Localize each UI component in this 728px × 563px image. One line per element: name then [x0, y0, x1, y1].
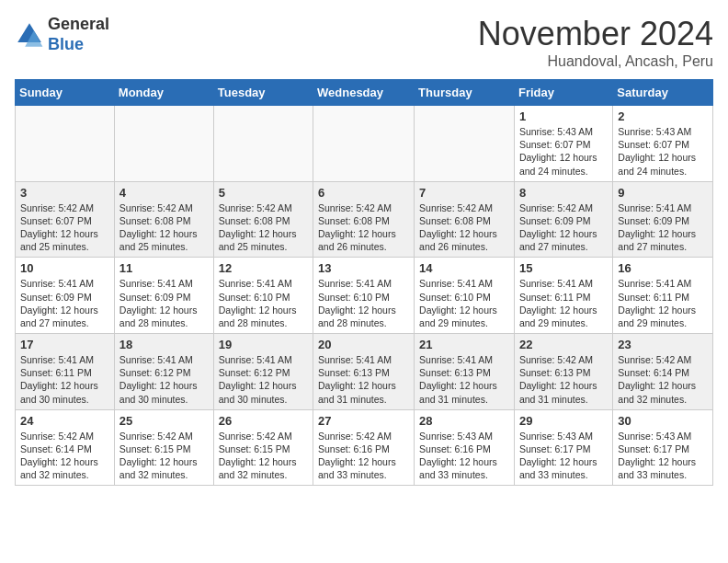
calendar-cell: 18Sunrise: 5:41 AM Sunset: 6:12 PM Dayli… [114, 334, 213, 410]
calendar-cell: 1Sunrise: 5:43 AM Sunset: 6:07 PM Daylig… [514, 106, 612, 182]
day-info: Sunrise: 5:42 AM Sunset: 6:09 PM Dayligh… [519, 201, 608, 254]
calendar-cell [16, 106, 115, 182]
day-number: 29 [519, 414, 608, 428]
day-number: 9 [618, 186, 708, 200]
calendar-cell: 9Sunrise: 5:41 AM Sunset: 6:09 PM Daylig… [613, 181, 713, 258]
day-info: Sunrise: 5:41 AM Sunset: 6:13 PM Dayligh… [318, 353, 409, 406]
calendar-cell: 10Sunrise: 5:41 AM Sunset: 6:09 PM Dayli… [16, 258, 115, 334]
day-number: 26 [219, 414, 308, 428]
day-number: 1 [519, 109, 608, 123]
day-info: Sunrise: 5:41 AM Sunset: 6:09 PM Dayligh… [20, 277, 109, 329]
calendar-cell: 30Sunrise: 5:43 AM Sunset: 6:17 PM Dayli… [613, 409, 713, 486]
day-number: 3 [20, 186, 109, 200]
day-info: Sunrise: 5:42 AM Sunset: 6:08 PM Dayligh… [119, 201, 209, 254]
weekday-header-friday: Friday [514, 80, 612, 106]
calendar-week-row: 10Sunrise: 5:41 AM Sunset: 6:09 PM Dayli… [16, 258, 713, 334]
day-info: Sunrise: 5:42 AM Sunset: 6:14 PM Dayligh… [20, 430, 109, 482]
weekday-header-sunday: Sunday [16, 80, 115, 106]
day-number: 13 [318, 261, 409, 275]
day-info: Sunrise: 5:41 AM Sunset: 6:11 PM Dayligh… [618, 277, 708, 329]
calendar-cell: 4Sunrise: 5:42 AM Sunset: 6:08 PM Daylig… [114, 181, 213, 258]
calendar-cell: 11Sunrise: 5:41 AM Sunset: 6:09 PM Dayli… [114, 258, 213, 334]
day-info: Sunrise: 5:42 AM Sunset: 6:15 PM Dayligh… [119, 430, 209, 482]
calendar-cell: 21Sunrise: 5:41 AM Sunset: 6:13 PM Dayli… [415, 334, 515, 410]
day-info: Sunrise: 5:41 AM Sunset: 6:13 PM Dayligh… [419, 353, 509, 406]
day-number: 5 [219, 186, 308, 200]
calendar-table: SundayMondayTuesdayWednesdayThursdayFrid… [15, 79, 713, 486]
day-number: 25 [119, 414, 209, 428]
day-number: 12 [219, 261, 308, 275]
calendar-cell: 23Sunrise: 5:42 AM Sunset: 6:14 PM Dayli… [613, 334, 713, 410]
logo-general-text: General [48, 15, 109, 35]
calendar-week-row: 3Sunrise: 5:42 AM Sunset: 6:07 PM Daylig… [16, 181, 713, 258]
calendar-cell: 15Sunrise: 5:41 AM Sunset: 6:11 PM Dayli… [514, 258, 612, 334]
calendar-cell: 20Sunrise: 5:41 AM Sunset: 6:13 PM Dayli… [313, 334, 415, 410]
day-info: Sunrise: 5:43 AM Sunset: 6:07 PM Dayligh… [519, 125, 608, 178]
calendar-cell: 3Sunrise: 5:42 AM Sunset: 6:07 PM Daylig… [16, 181, 115, 258]
day-number: 8 [519, 186, 608, 200]
day-info: Sunrise: 5:43 AM Sunset: 6:17 PM Dayligh… [618, 430, 708, 482]
calendar-cell [213, 106, 313, 182]
calendar-cell: 26Sunrise: 5:42 AM Sunset: 6:15 PM Dayli… [213, 409, 313, 486]
day-info: Sunrise: 5:42 AM Sunset: 6:08 PM Dayligh… [419, 201, 509, 254]
day-info: Sunrise: 5:42 AM Sunset: 6:15 PM Dayligh… [219, 430, 308, 482]
day-info: Sunrise: 5:42 AM Sunset: 6:07 PM Dayligh… [20, 201, 109, 254]
calendar-cell: 24Sunrise: 5:42 AM Sunset: 6:14 PM Dayli… [16, 409, 115, 486]
calendar-cell: 14Sunrise: 5:41 AM Sunset: 6:10 PM Dayli… [415, 258, 515, 334]
day-info: Sunrise: 5:41 AM Sunset: 6:12 PM Dayligh… [219, 353, 308, 406]
weekday-header-thursday: Thursday [415, 80, 515, 106]
day-info: Sunrise: 5:42 AM Sunset: 6:08 PM Dayligh… [219, 201, 308, 254]
day-info: Sunrise: 5:41 AM Sunset: 6:09 PM Dayligh… [119, 277, 209, 329]
day-info: Sunrise: 5:42 AM Sunset: 6:13 PM Dayligh… [519, 353, 608, 406]
calendar-cell: 19Sunrise: 5:41 AM Sunset: 6:12 PM Dayli… [213, 334, 313, 410]
calendar-week-row: 24Sunrise: 5:42 AM Sunset: 6:14 PM Dayli… [16, 409, 713, 486]
calendar-cell: 28Sunrise: 5:43 AM Sunset: 6:16 PM Dayli… [415, 409, 515, 486]
day-info: Sunrise: 5:41 AM Sunset: 6:11 PM Dayligh… [519, 277, 608, 329]
calendar-cell [415, 106, 515, 182]
day-number: 27 [318, 414, 409, 428]
calendar-cell: 6Sunrise: 5:42 AM Sunset: 6:08 PM Daylig… [313, 181, 415, 258]
day-number: 23 [618, 338, 708, 351]
day-info: Sunrise: 5:41 AM Sunset: 6:09 PM Dayligh… [618, 201, 708, 254]
day-info: Sunrise: 5:42 AM Sunset: 6:16 PM Dayligh… [318, 430, 409, 482]
day-number: 28 [419, 414, 509, 428]
month-title: November 2024 [478, 15, 713, 53]
day-number: 14 [419, 261, 509, 275]
day-info: Sunrise: 5:41 AM Sunset: 6:10 PM Dayligh… [419, 277, 509, 329]
weekday-header-tuesday: Tuesday [213, 80, 313, 106]
day-number: 2 [618, 109, 708, 123]
day-number: 22 [519, 338, 608, 351]
title-section: November 2024 Huandoval, Ancash, Peru [478, 15, 713, 70]
page-header: General Blue November 2024 Huandoval, An… [15, 15, 713, 70]
logo-icon [15, 20, 44, 50]
day-number: 4 [119, 186, 209, 200]
day-number: 30 [618, 414, 708, 428]
day-info: Sunrise: 5:41 AM Sunset: 6:11 PM Dayligh… [20, 353, 109, 406]
calendar-cell: 22Sunrise: 5:42 AM Sunset: 6:13 PM Dayli… [514, 334, 612, 410]
day-number: 21 [419, 338, 509, 351]
day-info: Sunrise: 5:41 AM Sunset: 6:12 PM Dayligh… [119, 353, 209, 406]
calendar-cell [114, 106, 213, 182]
calendar-cell: 25Sunrise: 5:42 AM Sunset: 6:15 PM Dayli… [114, 409, 213, 486]
day-number: 11 [119, 261, 209, 275]
calendar-cell: 12Sunrise: 5:41 AM Sunset: 6:10 PM Dayli… [213, 258, 313, 334]
calendar-week-row: 17Sunrise: 5:41 AM Sunset: 6:11 PM Dayli… [16, 334, 713, 410]
logo-blue-text: Blue [48, 35, 109, 55]
calendar-cell: 7Sunrise: 5:42 AM Sunset: 6:08 PM Daylig… [415, 181, 515, 258]
calendar-cell: 2Sunrise: 5:43 AM Sunset: 6:07 PM Daylig… [613, 106, 713, 182]
day-number: 17 [20, 338, 109, 351]
day-number: 20 [318, 338, 409, 351]
calendar-cell: 13Sunrise: 5:41 AM Sunset: 6:10 PM Dayli… [313, 258, 415, 334]
day-info: Sunrise: 5:43 AM Sunset: 6:07 PM Dayligh… [618, 125, 708, 178]
calendar-cell [313, 106, 415, 182]
day-number: 15 [519, 261, 608, 275]
calendar-week-row: 1Sunrise: 5:43 AM Sunset: 6:07 PM Daylig… [16, 106, 713, 182]
calendar-cell: 8Sunrise: 5:42 AM Sunset: 6:09 PM Daylig… [514, 181, 612, 258]
day-number: 16 [618, 261, 708, 275]
calendar-cell: 17Sunrise: 5:41 AM Sunset: 6:11 PM Dayli… [16, 334, 115, 410]
day-number: 10 [20, 261, 109, 275]
calendar-cell: 27Sunrise: 5:42 AM Sunset: 6:16 PM Dayli… [313, 409, 415, 486]
day-info: Sunrise: 5:41 AM Sunset: 6:10 PM Dayligh… [219, 277, 308, 329]
calendar-cell: 5Sunrise: 5:42 AM Sunset: 6:08 PM Daylig… [213, 181, 313, 258]
day-number: 24 [20, 414, 109, 428]
